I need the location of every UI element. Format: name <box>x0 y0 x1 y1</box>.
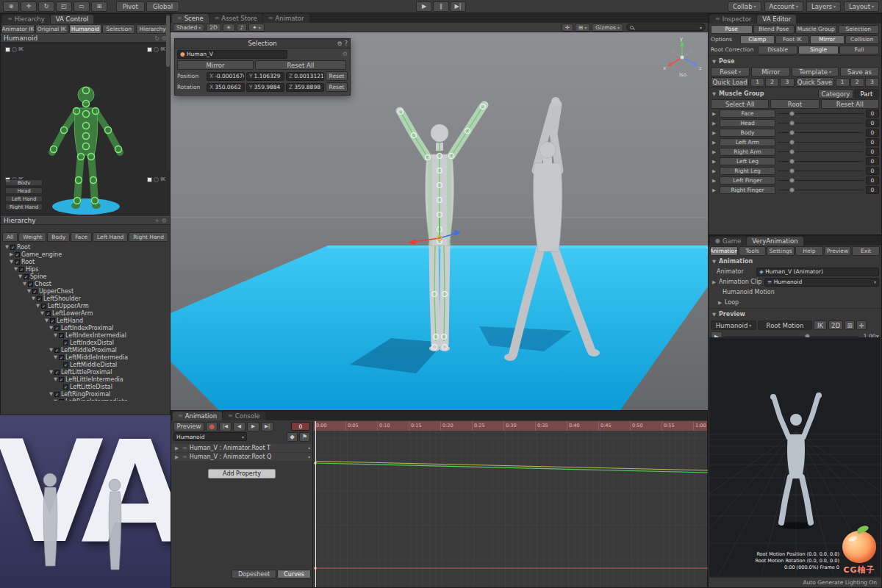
pause-button[interactable]: ∥ <box>433 1 449 12</box>
quick-save-slot[interactable]: 2 <box>850 78 864 87</box>
current-frame-field[interactable]: 0 <box>291 422 310 431</box>
muscle-value-field[interactable]: 0 <box>866 186 879 194</box>
global-button[interactable]: Global <box>146 1 179 12</box>
bone-checkbox[interactable]: ✓ <box>46 311 51 316</box>
editor-section-tab[interactable]: Blend Pose <box>753 25 795 34</box>
layout-dropdown[interactable]: Layout▾ <box>844 1 879 12</box>
ik-toggle-top-left[interactable]: IK <box>5 46 24 52</box>
pose-template-dropdown[interactable]: Template▾ <box>792 67 838 76</box>
tree-scrollbar[interactable] <box>166 14 170 171</box>
muscle-slider-handle[interactable] <box>789 159 795 164</box>
tab-console[interactable]: ≡Console <box>223 412 265 420</box>
avatar-part-button[interactable]: Right Hand <box>5 204 43 210</box>
gear-icon[interactable]: ⚙ <box>162 218 167 224</box>
bone-checkbox[interactable]: ✓ <box>59 333 64 338</box>
tree-row[interactable]: ▼ ✓ LeftLittleProximal <box>1 368 170 376</box>
va-mode-tab[interactable]: Hierarchy <box>136 24 169 34</box>
curve-editor-area[interactable] <box>314 431 707 587</box>
tree-row[interactable]: ✓ LeftLittleDistal <box>1 383 170 390</box>
muscle-slider[interactable] <box>778 140 864 145</box>
quick-save-slot[interactable]: 3 <box>865 78 879 87</box>
animation-timeline-area[interactable]: 0:000:050:100:150:200:250:300:350:400:45… <box>314 421 707 587</box>
va-mode-tab[interactable]: Animator IK <box>1 24 35 34</box>
hand-tool-icon[interactable]: ⊕ <box>3 1 19 12</box>
rotation-y-field[interactable]: Y359.9884 <box>246 83 284 92</box>
bone-checkbox[interactable]: ✓ <box>63 340 68 345</box>
avatar-part-button[interactable]: Head <box>5 187 43 194</box>
muscle-category-toggle[interactable]: Category <box>818 89 853 98</box>
clip-dropdown[interactable]: Humanoid▾ <box>173 432 247 441</box>
va-menu-button[interactable]: Help <box>795 246 823 256</box>
tree-row[interactable]: ▼ ✓ LeftLowerArm <box>1 309 170 317</box>
pivot-button[interactable]: Pivot <box>116 1 145 12</box>
selection-window-title[interactable]: Selection ⚙? <box>175 39 350 49</box>
tree-row[interactable]: ▼ ✓ LeftMiddleProximal <box>1 346 170 354</box>
tree-row[interactable]: ▼ ✓ LeftHand <box>1 317 170 324</box>
option-toggle[interactable]: Mirror <box>810 35 845 44</box>
tree-row[interactable]: ▼ ✓ LeftRingProximal <box>1 390 170 398</box>
tab-animation[interactable]: ≡Animation <box>173 412 222 420</box>
tree-scrollbar-thumb[interactable] <box>166 15 170 67</box>
root-correction-toggle[interactable]: Single <box>798 46 838 54</box>
tab-hierarchy[interactable]: ≡Hierarchy <box>2 15 50 24</box>
avatar-part-button[interactable]: Body <box>5 179 43 186</box>
editor-section-tab[interactable]: Pose <box>711 25 753 34</box>
bone-checkbox[interactable]: ✓ <box>54 326 60 331</box>
muscle-reset-all-button[interactable]: Reset All <box>821 99 879 109</box>
avatar-part-button[interactable]: Left Hand <box>5 196 43 202</box>
va-mode-tab[interactable]: Humanoid <box>69 24 102 34</box>
bone-checkbox[interactable]: ✓ <box>59 355 64 360</box>
add-property-button[interactable]: Add Property <box>208 469 276 478</box>
animated-property-row[interactable]: ▶ ≡ Human_V : Animator.Root Q ▾ <box>171 453 312 462</box>
scene-orientation-gizmo[interactable]: y x z Iso <box>662 35 703 84</box>
muscle-value-field[interactable]: 0 <box>866 110 879 118</box>
quick-load-slot[interactable]: 1 <box>750 78 764 87</box>
rect-tool-icon[interactable]: ▭ <box>74 1 90 12</box>
tab-va-editor[interactable]: VA Editor <box>757 15 796 24</box>
preview-mode-dropdown[interactable]: Humanoid▾ <box>711 320 756 330</box>
bone-checkbox[interactable]: ✓ <box>54 370 60 375</box>
gizmo-icon[interactable]: ✛ <box>856 320 867 330</box>
preview-foldout[interactable]: ▼Preview <box>709 309 881 319</box>
collab-dropdown[interactable]: Collab▾ <box>728 1 761 12</box>
audio-toggle-icon[interactable]: ♪ <box>237 24 248 32</box>
va-menu-button[interactable]: Settings <box>767 246 795 256</box>
selected-object-field[interactable]: ● Human_V <box>177 50 287 59</box>
rotate-tool-icon[interactable]: ↻ <box>38 1 54 12</box>
position-reset-button[interactable]: Reset <box>326 71 348 81</box>
shaded-dropdown[interactable]: Shaded▾ <box>173 24 204 32</box>
bone-checkbox[interactable]: ✓ <box>19 267 24 272</box>
tab-scene[interactable]: ≡Scene <box>172 14 209 23</box>
mirror-button[interactable]: Mirror <box>177 60 254 70</box>
va-menu-button[interactable]: Preview <box>824 246 852 256</box>
tree-row[interactable]: ▼ ✓ UpperChest <box>1 287 170 295</box>
quick-save-button[interactable]: Quick Save <box>796 77 834 87</box>
tree-row[interactable]: ▼ ✓ LeftRingIntermediate <box>1 398 170 401</box>
tab-game[interactable]: ●Game <box>710 237 746 245</box>
root-motion-dropdown[interactable]: Root Motion <box>758 320 812 330</box>
tree-row[interactable]: ▼ ✓ LeftShoulder <box>1 295 170 302</box>
animator-object-field[interactable]: ◈ Human_V (Animator) <box>756 268 879 276</box>
bone-checkbox[interactable]: ✓ <box>15 252 20 257</box>
tree-row[interactable]: ▶ ✓ Game_engine <box>1 251 170 258</box>
tab-animator[interactable]: ≡Animator <box>263 14 309 23</box>
muscle-value-field[interactable]: 0 <box>866 119 879 127</box>
muscle-slider[interactable] <box>778 187 864 193</box>
muscle-slider-handle[interactable] <box>789 187 795 193</box>
animation-clip-field[interactable]: ≡ Humanoid▾ <box>764 278 879 287</box>
muscle-slider-handle[interactable] <box>789 130 795 135</box>
lighting-toggle-icon[interactable]: ☀ <box>223 24 235 32</box>
va-menu-button[interactable]: Tools <box>739 246 767 256</box>
bone-checkbox[interactable]: ✓ <box>54 392 60 397</box>
humanoid-muscle-preview[interactable]: IK IK IK IK BodyHeadLeft HandRight Hand <box>1 43 170 216</box>
tab-asset-store[interactable]: ≡Asset Store <box>209 14 262 23</box>
quick-load-slot[interactable]: 3 <box>780 78 794 87</box>
va-menu-button[interactable]: Animation <box>710 246 738 256</box>
muscle-value-field[interactable]: 0 <box>866 157 879 165</box>
gear-icon[interactable]: ⚙ <box>343 51 348 57</box>
muscle-value-field[interactable]: 0 <box>866 176 879 184</box>
rotation-z-field[interactable]: Z359.8898 <box>286 83 324 92</box>
help-icon[interactable]: ? <box>345 40 348 47</box>
pose-foldout[interactable]: ▼Pose <box>709 57 881 66</box>
dopesheet-tab[interactable]: Dopesheet <box>232 570 276 578</box>
